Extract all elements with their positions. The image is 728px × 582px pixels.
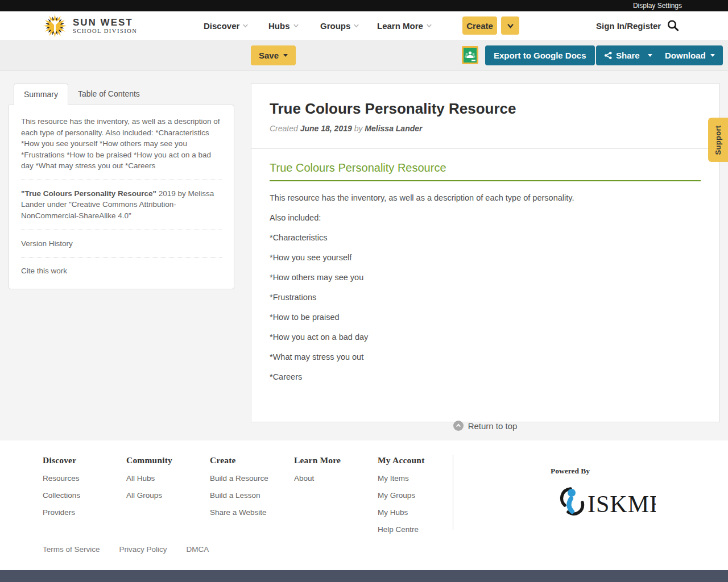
logo-subtitle: SCHOOL DIVISION [73, 28, 137, 34]
attribution-title: "True Colours Personality Resource" [21, 189, 156, 198]
legal-links: Terms of Service Privacy Policy DMCA [43, 545, 209, 554]
footer-column-learn-more: Learn More About [294, 455, 341, 491]
powered-by-label: Powered By [551, 467, 590, 476]
footer-heading: My Account [378, 455, 425, 465]
footer-column-discover: Discover Resources Collections Providers [43, 455, 80, 525]
sign-in-register-link[interactable]: Sign In/Register [596, 21, 661, 31]
resource-sidebar: Summary Table of Contents This resource … [9, 84, 234, 289]
tab-table-of-contents[interactable]: Table of Contents [68, 84, 150, 105]
footer-link-all-hubs[interactable]: All Hubs [126, 474, 172, 483]
caret-down-icon [648, 54, 652, 57]
body-paragraph: Also included: [270, 212, 701, 223]
author-name[interactable]: Melissa Lander [365, 124, 422, 133]
share-icon [604, 51, 613, 60]
footer-column-create: Create Build a Resource Build a Lesson S… [210, 455, 268, 525]
footer-link-help-centre[interactable]: Help Centre [378, 525, 425, 534]
display-settings-link[interactable]: Display Settings [633, 2, 682, 10]
body-paragraph: *Characteristics [270, 232, 701, 243]
dmca-link[interactable]: DMCA [187, 545, 209, 554]
return-to-top-label: Return to top [468, 421, 518, 431]
body-paragraph: *What may stress you out [270, 351, 701, 363]
body-paragraph: *How others may see you [270, 272, 701, 283]
footer-link-about[interactable]: About [294, 474, 341, 483]
created-date: June 18, 2019 [300, 124, 352, 133]
divider [21, 257, 222, 257]
footer-link-my-hubs[interactable]: My Hubs [378, 508, 425, 517]
footer-heading: Learn More [294, 455, 341, 465]
footer-link-build-resource[interactable]: Build a Resource [210, 474, 268, 483]
create-dropdown-button[interactable] [501, 16, 519, 35]
page-content: Summary Table of Contents This resource … [0, 70, 728, 440]
nav-discover[interactable]: Discover [204, 21, 249, 31]
body-paragraph: This resource has the inventory, as well… [270, 192, 701, 203]
footer-heading: Community [126, 455, 172, 465]
logo-title: SUN WEST [73, 18, 137, 28]
by-label: by [354, 124, 363, 133]
body-paragraph: *How you see yourself [270, 252, 701, 263]
share-label: Share [616, 51, 640, 60]
body-paragraph: *How to be praised [270, 311, 701, 323]
search-icon[interactable] [667, 19, 680, 32]
resource-main-card: True Colours Personality Resource Create… [251, 83, 719, 422]
nav-learn-more-label: Learn More [377, 21, 423, 31]
page-title: True Colours Personality Resource [270, 100, 701, 118]
return-to-top-link[interactable]: Return to top [251, 421, 719, 431]
support-label: Support [714, 125, 722, 155]
export-google-docs-button[interactable]: Export to Google Docs [485, 45, 595, 65]
chevron-up-icon [453, 421, 464, 431]
divider [21, 180, 222, 180]
license-attribution: "True Colours Personality Resource" 2019… [21, 188, 222, 222]
sidebar-tabs: Summary Table of Contents [9, 84, 234, 105]
body-paragraph: *Careers [270, 371, 701, 383]
chevron-down-icon [293, 23, 299, 29]
footer-column-community: Community All Hubs All Groups [126, 455, 172, 508]
nav-groups[interactable]: Groups [320, 21, 359, 31]
nav-hubs[interactable]: Hubs [268, 21, 299, 31]
bottom-bar [0, 570, 728, 582]
chevron-down-icon [426, 23, 432, 29]
create-button[interactable]: Create [462, 16, 497, 35]
footer-link-all-groups[interactable]: All Groups [126, 491, 172, 500]
version-history-link[interactable]: Version History [21, 238, 222, 249]
nav-learn-more[interactable]: Learn More [377, 21, 432, 31]
iskme-logo[interactable]: ISKME [555, 485, 656, 521]
footer-link-share-website[interactable]: Share a Website [210, 508, 268, 517]
footer-link-my-groups[interactable]: My Groups [378, 491, 425, 500]
divider [21, 230, 222, 230]
cite-this-work-link[interactable]: Cite this work [21, 265, 222, 276]
footer-heading: Discover [43, 455, 80, 465]
resource-toolbar: Save Export to Google Docs Share Downloa… [0, 40, 728, 70]
footer-link-my-items[interactable]: My Items [378, 474, 425, 483]
terms-of-service-link[interactable]: Terms of Service [43, 545, 100, 554]
main-navbar: SUN WEST SCHOOL DIVISION Discover Hubs G… [0, 11, 728, 40]
footer-column-my-account: My Account My Items My Groups My Hubs He… [378, 455, 425, 542]
sunwest-logo[interactable]: SUN WEST SCHOOL DIVISION [42, 13, 137, 39]
resource-body: True Colours Personality Resource This r… [251, 149, 719, 422]
chevron-down-icon [353, 23, 359, 29]
chevron-down-icon [507, 22, 514, 30]
page-footer: Discover Resources Collections Providers… [0, 440, 728, 570]
footer-link-build-lesson[interactable]: Build a Lesson [210, 491, 268, 500]
save-button[interactable]: Save [251, 45, 296, 65]
section-heading-link[interactable]: True Colours Personality Resource [270, 161, 701, 181]
privacy-policy-link[interactable]: Privacy Policy [119, 545, 167, 554]
resource-header: True Colours Personality Resource Create… [251, 84, 719, 149]
support-tab[interactable]: Support [708, 118, 728, 162]
google-classroom-icon[interactable] [462, 46, 478, 64]
svg-text:ISKME: ISKME [588, 491, 656, 517]
created-label: Created [270, 124, 298, 133]
download-button[interactable]: Download [657, 45, 723, 65]
share-button[interactable]: Share [596, 45, 660, 65]
nav-groups-label: Groups [320, 21, 350, 31]
footer-link-collections[interactable]: Collections [43, 491, 80, 500]
create-button-group: Create [462, 16, 519, 35]
created-byline: Created June 18, 2019 by Melissa Lander [270, 124, 701, 133]
summary-card: This resource has the inventory, as well… [9, 105, 234, 289]
tab-summary[interactable]: Summary [14, 84, 68, 105]
chevron-down-icon [242, 23, 249, 29]
nav-discover-label: Discover [204, 21, 239, 31]
sunburst-icon [42, 13, 68, 39]
summary-description: This resource has the inventory, as well… [21, 116, 222, 172]
footer-link-resources[interactable]: Resources [43, 474, 80, 483]
footer-link-providers[interactable]: Providers [43, 508, 80, 517]
